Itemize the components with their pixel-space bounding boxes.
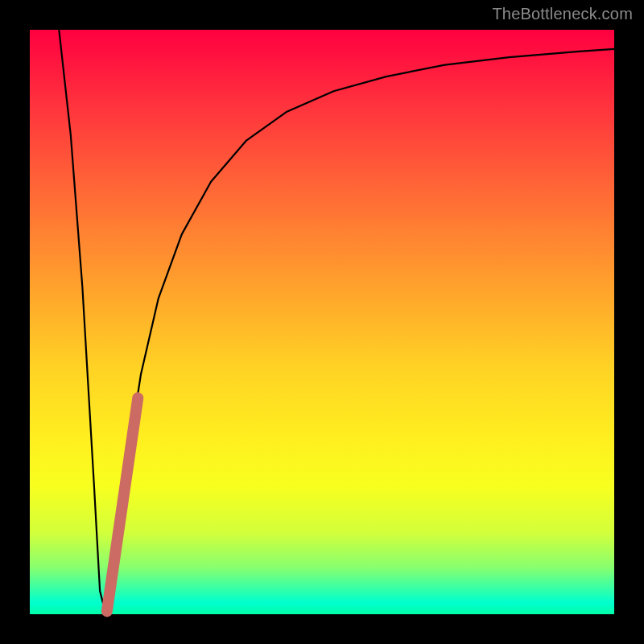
bottleneck-curve — [59, 30, 614, 614]
chart-svg — [30, 30, 614, 614]
chart-frame: TheBottleneck.com — [0, 0, 644, 644]
highlight-segment — [107, 398, 138, 611]
plot-area — [30, 30, 614, 614]
watermark-text: TheBottleneck.com — [492, 5, 633, 23]
